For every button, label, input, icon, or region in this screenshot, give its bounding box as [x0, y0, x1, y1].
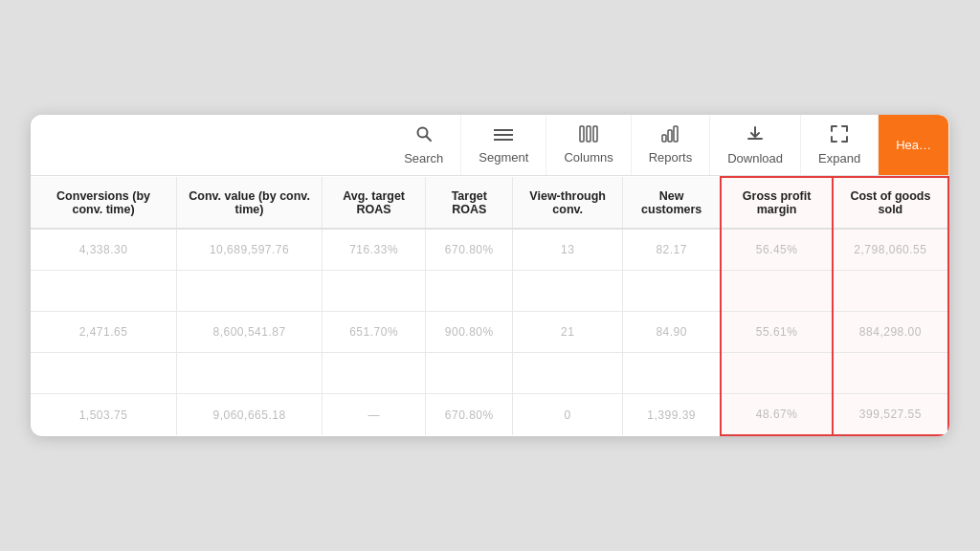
col-header-gross-profit: Gross profit margin — [721, 177, 832, 229]
col-header-conv-time: Conversions (by conv. time) — [31, 177, 177, 229]
cell-target-roas-2: 900.80% — [426, 312, 513, 353]
cell-empty-13 — [513, 353, 623, 394]
svg-rect-5 — [580, 126, 584, 142]
cell-avg-roas-3: — — [323, 394, 426, 436]
cell-new-customers-2: 84.90 — [623, 312, 722, 353]
cell-target-roas-3: 670.80% — [426, 394, 513, 436]
cell-view-through-2: 21 — [513, 312, 623, 353]
table-row: 1,503.75 9,060,665.18 — 670.80% 0 1,399.… — [31, 394, 948, 436]
svg-rect-8 — [662, 135, 666, 142]
toolbar-items: Search Segment Columns — [387, 115, 949, 175]
table-row: 2,471.65 8,600,541.87 651.70% 900.80% 21… — [31, 312, 948, 353]
cell-new-customers-3: 1,399.39 — [623, 394, 722, 436]
cell-avg-roas-1: 716.33% — [323, 229, 426, 271]
cell-empty-14 — [623, 353, 722, 394]
cell-conv-time-1: 4,338.30 — [31, 229, 177, 271]
cell-empty-10 — [177, 353, 323, 394]
cell-empty-12 — [426, 353, 513, 394]
cell-empty-8 — [833, 271, 948, 312]
cell-empty-6 — [623, 271, 722, 312]
col-header-target-roas: Target ROAS — [426, 177, 513, 229]
search-toolbar-button[interactable]: Search — [387, 115, 461, 175]
col-header-view-through: View-through conv. — [513, 177, 623, 229]
cell-cost-goods-3: 399,527.55 — [833, 394, 948, 436]
table-row: 4,338.30 10,689,597.76 716.33% 670.80% 1… — [31, 229, 948, 271]
main-container: Search Segment Columns — [31, 115, 949, 436]
cell-conv-value-1: 10,689,597.76 — [177, 229, 323, 271]
cell-empty-4 — [426, 271, 513, 312]
expand-label: Expand — [818, 151, 860, 165]
cell-gross-profit-2: 55.61% — [721, 312, 832, 353]
download-toolbar-button[interactable]: Download — [710, 115, 801, 175]
cell-empty-16 — [833, 353, 948, 394]
reports-label: Reports — [649, 150, 693, 165]
download-icon — [746, 124, 765, 148]
expand-toolbar-button[interactable]: Expand — [801, 115, 879, 175]
cell-empty-3 — [323, 271, 426, 312]
col-header-conv-value: Conv. value (by conv. time) — [177, 177, 323, 229]
cell-avg-roas-2: 651.70% — [323, 312, 426, 353]
columns-icon — [579, 125, 598, 147]
cell-empty-7 — [721, 271, 832, 312]
header-toolbar-button[interactable]: Hea… — [879, 115, 949, 175]
search-icon — [414, 124, 434, 148]
columns-label: Columns — [564, 150, 612, 165]
table-row-empty — [31, 271, 948, 312]
col-header-new-customers: New customers — [623, 177, 722, 229]
cell-cost-goods-1: 2,798,060.55 — [833, 229, 948, 271]
cell-empty-5 — [513, 271, 623, 312]
data-table: Conversions (by conv. time) Conv. value … — [31, 176, 949, 436]
segment-icon — [494, 125, 513, 147]
data-table-wrapper: Conversions (by conv. time) Conv. value … — [31, 176, 949, 436]
cell-conv-time-2: 2,471.65 — [31, 312, 177, 353]
svg-rect-7 — [593, 126, 597, 142]
col-header-cost-goods: Cost of goods sold — [833, 177, 948, 229]
cell-empty-15 — [721, 353, 832, 394]
table-row-empty — [31, 353, 948, 394]
cell-cost-goods-2: 884,298.00 — [833, 312, 948, 353]
cell-gross-profit-3: 48.67% — [721, 394, 832, 436]
svg-rect-9 — [668, 130, 672, 142]
cell-new-customers-1: 82.17 — [623, 229, 722, 271]
cell-empty-2 — [177, 271, 323, 312]
col-header-avg-roas: Avg. target ROAS — [323, 177, 426, 229]
cell-empty-11 — [323, 353, 426, 394]
cell-target-roas-1: 670.80% — [426, 229, 513, 271]
cell-gross-profit-1: 56.45% — [721, 229, 832, 271]
reports-toolbar-button[interactable]: Reports — [632, 115, 711, 175]
columns-toolbar-button[interactable]: Columns — [546, 115, 631, 175]
search-label: Search — [404, 151, 443, 165]
cell-empty-9 — [31, 353, 177, 394]
header-label: Hea… — [896, 138, 931, 152]
table-header-row: Conversions (by conv. time) Conv. value … — [31, 177, 948, 229]
cell-view-through-1: 13 — [513, 229, 623, 271]
svg-line-1 — [426, 137, 431, 142]
cell-view-through-3: 0 — [513, 394, 623, 436]
expand-icon — [830, 124, 849, 148]
svg-rect-10 — [674, 126, 678, 142]
toolbar: Search Segment Columns — [31, 115, 949, 176]
download-label: Download — [727, 151, 783, 165]
cell-conv-value-3: 9,060,665.18 — [177, 394, 323, 436]
segment-toolbar-button[interactable]: Segment — [461, 115, 546, 175]
segment-label: Segment — [479, 150, 528, 165]
svg-rect-6 — [587, 126, 590, 142]
reports-icon — [660, 125, 679, 147]
cell-conv-time-3: 1,503.75 — [31, 394, 177, 436]
cell-empty-1 — [31, 271, 177, 312]
cell-conv-value-2: 8,600,541.87 — [177, 312, 323, 353]
